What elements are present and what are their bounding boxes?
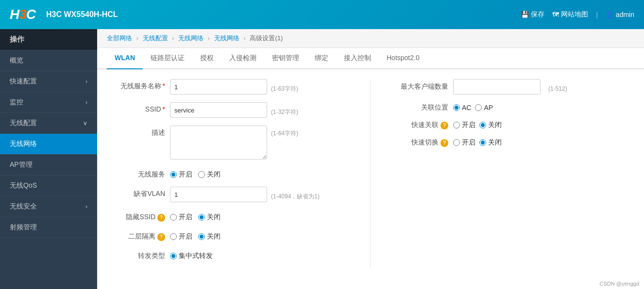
quick-assoc-on-radio[interactable] [453,122,460,128]
wireless-on-radio[interactable] [170,171,177,178]
logo: H3C H3C WX5540H-HCL [10,7,118,22]
save-label: 保存 [531,10,544,19]
layer2-off-label[interactable]: 关闭 [198,232,220,241]
sidebar-label-wireless-network: 无线网络 [10,140,37,148]
sidebar-item-quick-config[interactable]: 快速配置 › [0,71,97,92]
sidebar-item-freq-manage[interactable]: 射频管理 [0,217,97,238]
max-clients-row: 最大客户端数量 (1-512) [390,79,629,95]
layer2-tip-icon[interactable]: ? [157,233,165,241]
device-model: H3C WX5540H-HCL [46,10,118,19]
sidebar: 操作 概览 快速配置 › 监控 › 无线配置 ∨ 无线网络 AP管理 无线QoS… [0,29,97,289]
breadcrumb-sep-2: › [208,34,210,42]
breadcrumb-link-3[interactable]: 无线网络 [214,34,239,42]
tab-wlan[interactable]: WLAN [107,48,143,69]
assoc-ac-label[interactable]: AC [453,104,471,112]
ssid-required: * [163,105,165,113]
quick-switch-on-label[interactable]: 开启 [453,138,475,147]
sidebar-item-wireless-config[interactable]: 无线配置 ∨ [0,113,97,134]
logo-c: C [26,7,35,22]
sidebar-item-wireless-security[interactable]: 无线安全 › [0,196,97,217]
sidebar-label-monitor: 监控 [10,98,23,107]
max-clients-input[interactable] [453,79,541,95]
desc-label: 描述 [112,126,165,137]
hide-ssid-off-label[interactable]: 关闭 [198,213,220,222]
hide-ssid-on-label[interactable]: 开启 [170,213,192,222]
assoc-location-control: AC AP [453,104,493,112]
assoc-ap-radio[interactable] [475,104,482,111]
tab-key-manage[interactable]: 密钥管理 [264,48,307,69]
sidebar-item-monitor[interactable]: 监控 › [0,92,97,113]
tab-access-control[interactable]: 接入控制 [336,48,379,69]
tab-hotspot[interactable]: Hotspot2.0 [379,48,427,69]
quick-switch-tip-icon[interactable]: ? [441,139,448,147]
max-clients-label: 最大客户端数量 [390,82,448,91]
save-button[interactable]: 💾 保存 [521,10,544,19]
breadcrumb-link-0[interactable]: 全部网络 [107,34,132,42]
forward-centralized-radio[interactable] [170,253,177,259]
admin-label: admin [616,11,634,18]
service-name-input[interactable] [170,79,267,95]
sitemap-button[interactable]: 🗺 网站地图 [552,10,588,19]
h3c-logo: H3C [10,7,35,22]
forward-centralized-label[interactable]: 集中式转发 [170,252,213,260]
admin-button[interactable]: 👤 admin [606,11,634,18]
assoc-ap-label[interactable]: AP [475,104,493,112]
logo-h: H [10,7,19,22]
default-vlan-input-group: (1-4094，缺省为1) [170,187,351,202]
hide-ssid-control: 开启 关闭 [170,210,351,222]
sidebar-item-wireless-qos[interactable]: 无线QoS [0,176,97,196]
wireless-off-radio[interactable] [198,171,205,178]
wireless-off-label[interactable]: 关闭 [198,170,220,179]
header-divider: | [596,11,598,18]
quick-switch-off-label[interactable]: 关闭 [479,138,502,147]
chevron-right-icon: › [85,99,87,106]
assoc-location-label: 关联位置 [390,103,448,112]
layer2-on-label[interactable]: 开启 [170,232,192,241]
tab-link-auth[interactable]: 链路层认证 [143,48,192,69]
sitemap-icon: 🗺 [552,11,559,18]
layer2-isolation-control: 开启 关闭 [170,229,351,241]
quick-switch-on-radio[interactable] [453,139,460,146]
hide-ssid-radio-group: 开启 关闭 [170,210,351,222]
default-vlan-input[interactable] [170,187,267,202]
breadcrumb-link-2[interactable]: 无线网络 [178,34,203,42]
wireless-service-label: 无线服务 [112,167,165,179]
layer2-off-radio[interactable] [198,233,205,240]
desc-textarea[interactable] [170,126,267,160]
breadcrumb-link-1[interactable]: 无线配置 [143,34,168,42]
hide-ssid-on-radio[interactable] [170,214,177,221]
quick-assoc-on-label[interactable]: 开启 [453,121,475,129]
sidebar-header: 操作 [0,29,97,50]
tab-auth[interactable]: 授权 [192,48,221,69]
quick-assoc-off-label[interactable]: 关闭 [479,121,502,129]
sidebar-label-wireless-config: 无线配置 [10,119,37,128]
quick-assoc-tip-icon[interactable]: ? [441,122,448,129]
layer2-on-radio[interactable] [170,233,177,240]
quick-assoc-row: 快速关联 ? 开启 关闭 [390,121,629,129]
quick-assoc-label: 快速关联 ? [390,121,448,129]
sidebar-item-ap-manage[interactable]: AP管理 [0,155,97,176]
quick-switch-control: 开启 关闭 [453,138,502,147]
wireless-on-label[interactable]: 开启 [170,170,192,179]
quick-assoc-off-radio[interactable] [479,122,486,128]
layer2-isolation-row: 二层隔离 ? 开启 关闭 [112,229,351,241]
quick-assoc-control: 开启 关闭 [453,121,502,129]
max-clients-hint: (1-512) [548,81,567,92]
ssid-input-group: (1-32字符) [170,102,351,118]
desc-control: (1-64字符) [170,126,351,160]
sidebar-label-freq-manage: 射频管理 [10,223,37,232]
hide-ssid-tip-icon[interactable]: ? [157,214,165,222]
tab-bind[interactable]: 绑定 [307,48,336,69]
tab-intrusion[interactable]: 入侵检测 [221,48,264,69]
ssid-input[interactable] [170,102,267,118]
assoc-ac-radio[interactable] [453,104,460,111]
sidebar-item-overview[interactable]: 概览 [0,50,97,71]
quick-switch-row: 快速切换 ? 开启 关闭 [390,138,629,147]
sidebar-item-wireless-network[interactable]: 无线网络 [0,134,97,155]
max-clients-control: (1-512) [453,79,567,95]
logo-3: 3 [19,7,26,22]
hide-ssid-off-radio[interactable] [198,214,205,221]
tab-bar: WLAN 链路层认证 授权 入侵检测 密钥管理 绑定 接入控制 Hotspot2… [97,48,644,69]
quick-switch-off-radio[interactable] [479,139,486,146]
layer2-isolation-radio-group: 开启 关闭 [170,229,351,241]
